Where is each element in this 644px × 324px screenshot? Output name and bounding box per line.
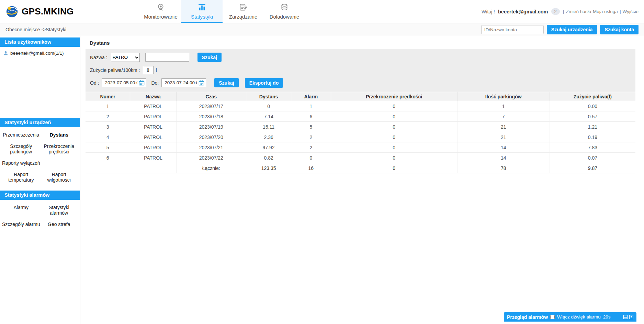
table-cell: 5	[86, 142, 130, 153]
table-cell: 2023/07/19	[176, 122, 246, 132]
my-service-link[interactable]: Moja usługa	[593, 9, 618, 14]
table-cell: 3	[86, 122, 130, 132]
table-cell: 97.92	[246, 142, 291, 153]
sidebar-item-raport-wilgotnosci[interactable]: Raport wilgotności	[40, 172, 78, 183]
minimize-icon[interactable]	[623, 315, 628, 319]
date-search-button[interactable]: Szukaj	[214, 78, 238, 87]
table-row: 1 PATROL 2023/07/17 0 1 0 1 0.00	[86, 101, 635, 111]
sidebar-item-dystans[interactable]: Dystans	[40, 132, 78, 138]
table-cell: 2023/07/18	[176, 111, 246, 122]
calendar-icon[interactable]	[199, 80, 204, 86]
tab-label: Zarządzanie	[229, 14, 258, 20]
export-button[interactable]: Eksportuj do	[245, 78, 283, 88]
table-cell: 0	[331, 111, 457, 122]
sidebar-item-statystyki-alarmow[interactable]: Statystyki alarmów	[40, 205, 78, 216]
table-cell: 21	[457, 132, 550, 142]
column-header-dystans: Dystans	[246, 92, 291, 101]
column-header-numer: Numer	[86, 92, 130, 101]
table-cell: PATROL	[130, 153, 176, 163]
table-cell: 14	[457, 153, 550, 163]
popup-icon[interactable]	[629, 315, 633, 319]
table-row: 2 PATROL 2023/07/18 7.14 6 0 7 0.57	[86, 111, 635, 122]
table-cell: 21	[457, 122, 550, 132]
fuel-consumption-input[interactable]	[143, 66, 154, 74]
sidebar-item-alarmy[interactable]: Alarmy	[2, 205, 40, 216]
table-cell: 0.57	[550, 111, 635, 122]
fuel-unit-label: l	[156, 67, 157, 73]
logo: GPS.MKING	[0, 5, 74, 18]
distance-table: Numer Nazwa Czas Dystans Alarm Przekrocz…	[86, 92, 635, 173]
table-cell: PATROL	[130, 111, 176, 122]
table-cell: 1.21	[550, 122, 635, 132]
tab-monitorowanie[interactable]: Monitorowanie	[140, 0, 181, 23]
table-cell: 2023/07/20	[176, 132, 246, 142]
page-title: Dystans	[90, 40, 635, 46]
column-header-przekroczenie: Przekroczenie prędkości	[331, 92, 457, 101]
table-cell: 0.07	[550, 153, 635, 163]
name-search-button[interactable]: Szukaj	[197, 53, 222, 62]
alarm-review-link[interactable]: Przegląd alarmów	[507, 314, 548, 320]
management-icon	[239, 3, 248, 12]
fuel-label: Zużycie paliwa/100km :	[90, 67, 140, 73]
user-area: Witaj ! beeertek@gmail.com 2 [ Zmień has…	[482, 8, 644, 15]
filter-panel: Nazwa : PATRO Szukaj Zużycie paliwa/100k…	[86, 49, 635, 92]
table-cell: 7.83	[550, 142, 635, 153]
search-device-button[interactable]: Szukaj urządzenia	[547, 25, 597, 34]
tab-statystyki[interactable]: Statystyki	[181, 0, 223, 23]
alarm-sound-label: Włącz dźwięk alarmu	[557, 314, 601, 320]
sidebar-item-geo-strefa[interactable]: Geo strefa	[40, 222, 78, 227]
logo-text: GPS.MKING	[22, 6, 74, 17]
welcome-text: Witaj !	[482, 9, 495, 14]
table-cell: 0	[246, 101, 291, 111]
table-cell: 2023/07/21	[176, 142, 246, 153]
table-cell	[86, 163, 130, 173]
table-cell: 1	[86, 101, 130, 111]
sidebar-item-przemieszczenia[interactable]: Przemieszczenia	[2, 132, 40, 138]
device-stats-nav: Przemieszczenia Dystans Szczegóły parkin…	[0, 127, 80, 188]
calendar-icon[interactable]	[139, 80, 145, 86]
table-row: 5 PATROL 2023/07/21 97.92 2 0 14 7.83	[86, 142, 635, 153]
user-icon	[3, 51, 8, 56]
account-search-input[interactable]	[481, 25, 544, 34]
table-row: 3 PATROL 2023/07/19 15.11 5 0 21 1.21	[86, 122, 635, 132]
name-search-input[interactable]	[145, 53, 189, 62]
message-count-badge[interactable]: 2	[551, 8, 560, 15]
column-header-nazwa: Nazwa	[130, 92, 176, 101]
alarm-sound-checkbox[interactable]	[550, 315, 555, 319]
user-list-item-label: beeertek@gmail.com(1/1)	[10, 51, 64, 56]
search-account-button[interactable]: Szukaj konta	[600, 25, 639, 34]
table-cell: 6	[86, 153, 130, 163]
table-cell: 0	[331, 122, 457, 132]
tab-doladowanie[interactable]: Doładowanie	[264, 0, 305, 23]
user-list-item[interactable]: beeertek@gmail.com(1/1)	[3, 51, 77, 56]
name-select[interactable]: PATRO	[111, 53, 140, 62]
table-cell: 0	[331, 101, 457, 111]
table-cell: 2	[291, 142, 331, 153]
breadcrumb: Obecne miejsce ->Statystyki	[5, 27, 66, 32]
sidebar-item-szczegoly-alarmu[interactable]: Szczegóły alarmu	[2, 222, 40, 227]
top-header: GPS.MKING Monitorowanie Statystyki	[0, 0, 644, 23]
change-password-link[interactable]: Zmień hasło	[566, 9, 591, 14]
main-panel: Dystans Nazwa : PATRO Szukaj Zużycie pal…	[80, 36, 644, 324]
tab-label: Monitorowanie	[144, 14, 178, 20]
table-cell: 7.14	[246, 111, 291, 122]
user-list: beeertek@gmail.com(1/1)	[0, 47, 80, 118]
table-cell: 16	[291, 163, 331, 173]
table-cell: 9.87	[550, 163, 635, 173]
sidebar-item-przekroczenia-predkosci[interactable]: Przekroczenia prędkości	[40, 143, 78, 154]
table-cell: PATROL	[130, 142, 176, 153]
header-links: [ Zmień hasło Moja usługa ] Wyjście	[563, 9, 639, 14]
from-label: Od :	[90, 80, 99, 86]
sidebar-item-raport-temperatury[interactable]: Raport temperatury	[2, 172, 40, 183]
table-header-row: Numer Nazwa Czas Dystans Alarm Przekrocz…	[86, 92, 635, 101]
breadcrumb-bar: Obecne miejsce ->Statystyki Szukaj urząd…	[0, 23, 644, 36]
tab-zarzadzanie[interactable]: Zarządzanie	[223, 0, 264, 23]
sidebar-item-szczegoly-parkingow[interactable]: Szczegóły parkingów	[2, 143, 40, 154]
logout-link[interactable]: Wyjście	[623, 9, 639, 14]
sidebar-item-raporty-wylaczen[interactable]: Raporty wyłączeń	[2, 160, 40, 166]
column-header-paliwo: Zużycie paliwa(l)	[550, 92, 635, 101]
table-cell: 0.82	[246, 153, 291, 163]
table-cell: 2023/07/22	[176, 153, 246, 163]
page: GPS.MKING Monitorowanie Statystyki	[0, 0, 644, 324]
table-cell: PATROL	[130, 101, 176, 111]
